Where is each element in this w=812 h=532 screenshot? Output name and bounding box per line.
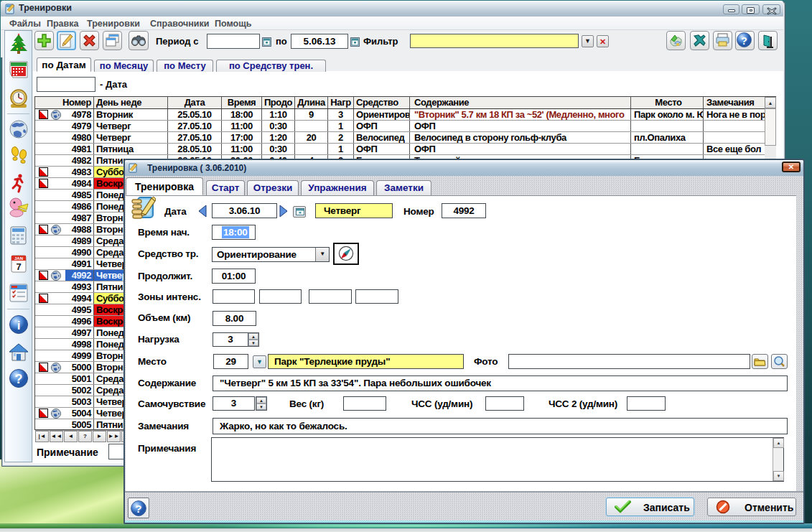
svg-text:7: 7 xyxy=(16,261,21,272)
svg-text:JAN: JAN xyxy=(14,256,23,261)
svg-text:?: ? xyxy=(135,503,141,515)
svg-text:i: i xyxy=(17,319,21,332)
svg-text:?: ? xyxy=(15,372,23,386)
svg-text:?: ? xyxy=(741,35,747,47)
